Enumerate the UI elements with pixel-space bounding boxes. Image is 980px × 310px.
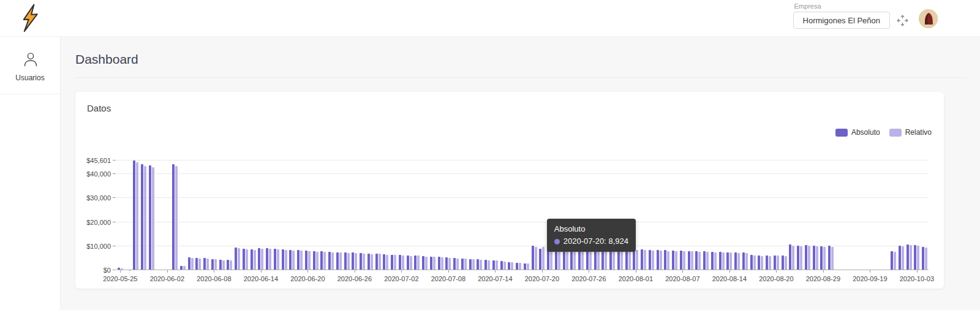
bar-absoluto[interactable] (297, 250, 300, 270)
bar-absoluto[interactable] (368, 254, 370, 270)
bar-absoluto[interactable] (430, 257, 432, 270)
bar-absoluto[interactable] (149, 165, 151, 270)
bar-relativo[interactable] (363, 254, 365, 270)
bar-absoluto[interactable] (899, 246, 901, 270)
bar-group[interactable] (866, 161, 874, 270)
bar-absoluto[interactable] (711, 252, 714, 270)
move-icon[interactable] (897, 15, 908, 26)
bar-relativo[interactable] (831, 247, 834, 270)
bar-group[interactable] (882, 161, 890, 270)
bar-group[interactable] (835, 161, 843, 270)
bar-absoluto[interactable] (477, 259, 479, 270)
bar-group[interactable] (843, 161, 851, 270)
bar-group[interactable] (733, 161, 741, 270)
bar-relativo[interactable] (745, 253, 748, 270)
bar-absoluto[interactable] (352, 252, 354, 270)
bar-absoluto[interactable] (422, 256, 424, 270)
bar-absoluto[interactable] (203, 258, 206, 270)
bar-group[interactable] (593, 161, 601, 270)
bar-relativo[interactable] (472, 259, 475, 270)
bar-absoluto[interactable] (891, 251, 893, 270)
bar-relativo[interactable] (191, 258, 194, 270)
bar-absoluto[interactable] (266, 248, 268, 271)
bar-relativo[interactable] (823, 247, 826, 270)
bar-relativo[interactable] (605, 249, 607, 270)
bar-group[interactable] (726, 161, 734, 270)
bar-absoluto[interactable] (383, 254, 385, 270)
bar-group[interactable] (764, 161, 772, 270)
bar-relativo[interactable] (308, 251, 311, 270)
bar-group[interactable] (171, 161, 179, 270)
bar-group[interactable] (281, 161, 288, 270)
bar-relativo[interactable] (917, 246, 919, 270)
bar-group[interactable] (507, 161, 515, 270)
bar-group[interactable] (335, 161, 343, 270)
bar-absoluto[interactable] (680, 251, 682, 270)
bar-absoluto[interactable] (734, 252, 737, 270)
bar-relativo[interactable] (667, 251, 669, 270)
bar-absoluto[interactable] (664, 250, 666, 270)
bar-absoluto[interactable] (133, 161, 135, 270)
bar-relativo[interactable] (675, 251, 677, 270)
bar-group[interactable] (514, 161, 522, 270)
bar-absoluto[interactable] (750, 255, 753, 270)
bar-group[interactable] (202, 161, 210, 270)
bar-relativo[interactable] (644, 250, 646, 270)
bar-absoluto[interactable] (336, 252, 339, 270)
bar-relativo[interactable] (285, 250, 287, 270)
bar-group[interactable] (538, 161, 546, 270)
bar-group[interactable] (164, 161, 172, 270)
bar-absoluto[interactable] (141, 164, 143, 270)
bar-relativo[interactable] (769, 256, 771, 270)
bar-group[interactable] (312, 161, 320, 270)
bar-absoluto[interactable] (617, 249, 620, 270)
bar-group[interactable] (570, 161, 578, 270)
bar-group[interactable] (445, 161, 453, 270)
legend-item-absoluto[interactable]: Absoluto (835, 128, 880, 137)
bar-relativo[interactable] (761, 256, 763, 270)
bar-relativo[interactable] (737, 253, 740, 270)
bar-group[interactable] (483, 161, 491, 270)
user-avatar[interactable] (919, 9, 938, 28)
bar-absoluto[interactable] (274, 249, 276, 270)
bar-relativo[interactable] (230, 260, 232, 270)
bar-group[interactable] (530, 161, 538, 270)
bar-group[interactable] (405, 161, 413, 270)
bar-group[interactable] (585, 161, 593, 270)
bar-group[interactable] (772, 161, 780, 270)
bar-group[interactable] (288, 161, 296, 270)
bar-relativo[interactable] (456, 259, 459, 270)
bar-group[interactable] (452, 161, 460, 270)
bar-group[interactable] (601, 161, 609, 270)
bar-absoluto[interactable] (774, 255, 776, 270)
bar-absoluto[interactable] (399, 255, 401, 270)
bar-group[interactable] (671, 161, 679, 270)
bar-group[interactable] (116, 161, 124, 270)
bar-absoluto[interactable] (360, 253, 362, 270)
bar-absoluto[interactable] (813, 246, 815, 270)
bar-absoluto[interactable] (649, 250, 651, 270)
bar-relativo[interactable] (448, 258, 451, 270)
bar-group[interactable] (413, 161, 421, 270)
bar-relativo[interactable] (425, 257, 428, 270)
bar-absoluto[interactable] (539, 249, 541, 270)
bar-absoluto[interactable] (243, 249, 245, 270)
bar-absoluto[interactable] (492, 260, 495, 270)
bar-absoluto[interactable] (195, 258, 198, 270)
bar-relativo[interactable] (698, 252, 701, 270)
bar-group[interactable] (210, 161, 218, 270)
bar-absoluto[interactable] (508, 262, 510, 270)
bar-relativo[interactable] (206, 259, 209, 270)
bar-group[interactable] (265, 161, 273, 270)
bar-group[interactable] (491, 161, 499, 270)
bar-group[interactable] (257, 161, 265, 270)
bar-group[interactable] (327, 161, 335, 270)
bar-absoluto[interactable] (742, 252, 745, 270)
bar-group[interactable] (702, 161, 710, 270)
bar-group[interactable] (390, 161, 398, 270)
bar-absoluto[interactable] (375, 254, 378, 270)
bar-relativo[interactable] (808, 246, 810, 270)
bar-group[interactable] (358, 161, 366, 270)
bar-absoluto[interactable] (414, 255, 417, 270)
bar-group[interactable] (374, 161, 382, 270)
